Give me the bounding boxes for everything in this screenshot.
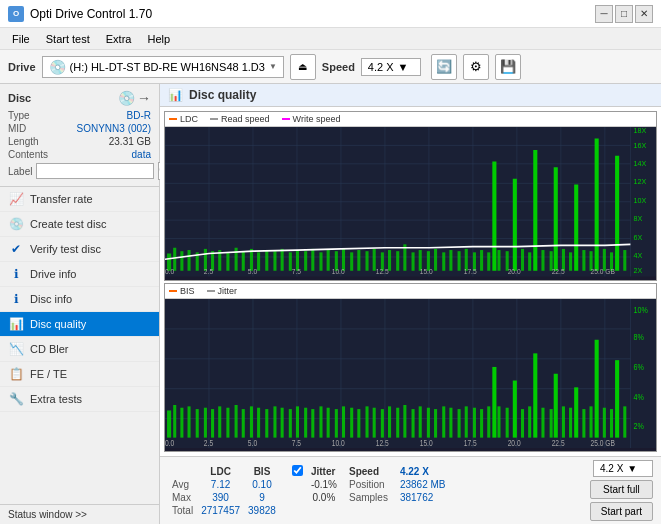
menu-extra[interactable]: Extra: [98, 31, 140, 47]
sidebar-item-disc-quality[interactable]: 📊 Disc quality: [0, 312, 159, 337]
toolbar-settings-button[interactable]: ⚙: [463, 54, 489, 80]
disc-length-row: Length 23.31 GB: [8, 136, 151, 147]
svg-rect-56: [442, 252, 445, 270]
stats-bar: LDC BIS Jitter Speed 4.22 X Avg 7.12 0.1…: [160, 456, 661, 524]
test-speed-selector[interactable]: 4.2 X ▼: [593, 460, 653, 477]
svg-rect-148: [388, 406, 391, 437]
jitter-column-header: Jitter: [307, 465, 341, 478]
toolbar-refresh-button[interactable]: 🔄: [431, 54, 457, 80]
svg-rect-138: [311, 409, 314, 438]
position-label: Position: [341, 478, 396, 491]
speed-selector[interactable]: 4.2 X ▼: [361, 58, 421, 76]
svg-rect-82: [623, 250, 626, 271]
sidebar-item-disc-info[interactable]: ℹ Disc info: [0, 287, 159, 312]
disc-icon-arrow[interactable]: →: [137, 90, 151, 106]
toolbar-save-button[interactable]: 💾: [495, 54, 521, 80]
avg-ldc-value: 7.12: [197, 478, 244, 491]
svg-rect-177: [582, 409, 585, 438]
svg-rect-164: [533, 353, 537, 437]
fe-te-icon: 📋: [8, 367, 24, 381]
eject-button[interactable]: ⏏: [290, 54, 316, 80]
bis-column-header: BIS: [244, 465, 280, 478]
svg-rect-176: [569, 407, 572, 437]
sidebar-item-extra-tests[interactable]: 🔧 Extra tests: [0, 387, 159, 412]
svg-rect-134: [281, 407, 284, 437]
sidebar-item-cd-bler[interactable]: 📉 CD Bler: [0, 337, 159, 362]
svg-rect-155: [442, 406, 445, 437]
svg-rect-55: [434, 249, 437, 271]
svg-text:10.0: 10.0: [332, 268, 345, 275]
svg-text:14X: 14X: [633, 159, 646, 169]
svg-rect-41: [327, 250, 330, 271]
svg-rect-157: [458, 409, 461, 438]
svg-rect-34: [273, 251, 276, 271]
svg-rect-161: [487, 406, 490, 437]
svg-text:20.0: 20.0: [508, 437, 521, 447]
svg-text:7.5: 7.5: [292, 437, 302, 447]
disc-mid-value: SONYNN3 (002): [77, 123, 151, 134]
svg-rect-170: [506, 407, 509, 437]
speed-dropdown-arrow: ▼: [398, 61, 409, 73]
svg-rect-143: [350, 407, 353, 437]
disc-label-input[interactable]: [36, 163, 154, 179]
svg-rect-146: [373, 407, 376, 437]
svg-rect-180: [610, 409, 613, 438]
disc-header: Disc 💿 →: [8, 90, 151, 106]
svg-text:0.0: 0.0: [165, 437, 175, 447]
svg-rect-74: [541, 250, 544, 271]
status-window-button[interactable]: Status window >>: [0, 504, 159, 524]
svg-text:15.0: 15.0: [420, 268, 433, 275]
svg-rect-151: [412, 409, 415, 438]
svg-rect-121: [180, 407, 183, 437]
svg-rect-123: [196, 409, 199, 438]
legend-bis: BIS: [169, 286, 195, 296]
sidebar-item-transfer-rate[interactable]: 📈 Transfer rate: [0, 187, 159, 212]
stats-table: LDC BIS Jitter Speed 4.22 X Avg 7.12 0.1…: [168, 465, 450, 517]
svg-rect-174: [550, 409, 553, 438]
svg-text:6X: 6X: [633, 232, 642, 242]
legend-jitter-label: Jitter: [218, 286, 238, 296]
svg-rect-63: [533, 150, 537, 271]
menu-help[interactable]: Help: [139, 31, 178, 47]
disc-type-label: Type: [8, 110, 30, 121]
svg-rect-141: [335, 409, 338, 438]
svg-rect-172: [528, 406, 531, 437]
sidebar-item-verify-test-disc[interactable]: ✔ Verify test disc: [0, 237, 159, 262]
svg-rect-52: [412, 252, 415, 270]
svg-rect-73: [528, 252, 531, 270]
chart-header: 📊 Disc quality: [160, 84, 661, 107]
svg-rect-120: [173, 405, 176, 438]
sidebar-item-create-test-disc[interactable]: 💿 Create test disc: [0, 212, 159, 237]
menu-start-test[interactable]: Start test: [38, 31, 98, 47]
svg-rect-137: [304, 407, 307, 437]
sidebar-item-fe-te[interactable]: 📋 FE / TE: [0, 362, 159, 387]
svg-rect-32: [257, 252, 260, 270]
svg-rect-70: [497, 250, 500, 271]
chart2-legend: BIS Jitter: [165, 284, 656, 299]
svg-text:20.0: 20.0: [508, 268, 521, 275]
disc-quality-icon: 📊: [8, 317, 24, 331]
sidebar-item-drive-info[interactable]: ℹ Drive info: [0, 262, 159, 287]
drive-value: (H:) HL-DT-ST BD-RE WH16NS48 1.D3: [70, 61, 265, 73]
start-part-button[interactable]: Start part: [590, 502, 653, 521]
svg-rect-153: [427, 407, 430, 437]
drive-selector[interactable]: 💿 (H:) HL-DT-ST BD-RE WH16NS48 1.D3 ▼: [42, 56, 284, 78]
legend-ldc-dot: [169, 118, 177, 120]
svg-rect-132: [265, 409, 268, 438]
maximize-button[interactable]: □: [615, 5, 633, 23]
legend-bis-label: BIS: [180, 286, 195, 296]
start-full-button[interactable]: Start full: [590, 480, 653, 499]
svg-rect-145: [365, 406, 368, 437]
disc-icon-cd[interactable]: 💿: [118, 90, 135, 106]
minimize-button[interactable]: ─: [595, 5, 613, 23]
svg-rect-179: [603, 407, 606, 437]
jitter-checkbox[interactable]: [292, 465, 303, 476]
disc-info-icon: ℹ: [8, 292, 24, 306]
svg-rect-46: [365, 251, 368, 271]
svg-rect-30: [242, 251, 245, 271]
samples-value: 381762: [396, 491, 450, 504]
menu-file[interactable]: File: [4, 31, 38, 47]
close-button[interactable]: ✕: [635, 5, 653, 23]
svg-text:22.5: 22.5: [552, 437, 565, 447]
verify-test-disc-icon: ✔: [8, 242, 24, 256]
